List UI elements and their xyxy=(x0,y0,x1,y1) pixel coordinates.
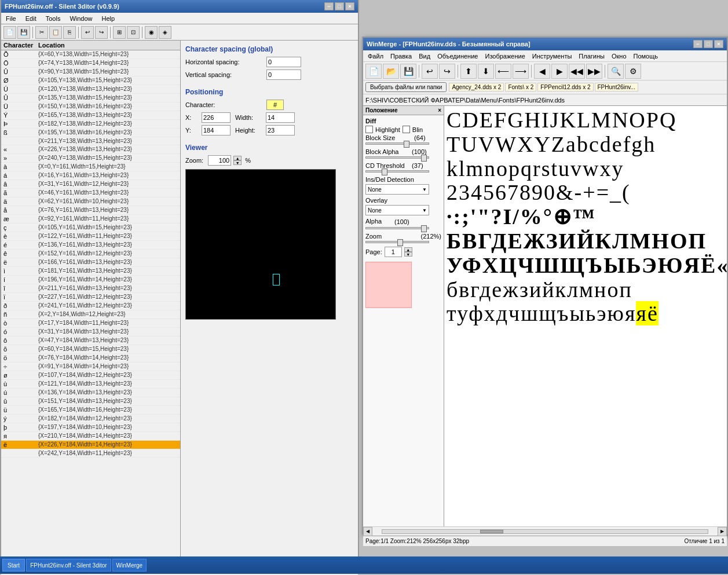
taskbar-item-1[interactable]: FPHunt26inv.off - Silent 3ditor xyxy=(26,559,111,572)
x-input[interactable] xyxy=(202,112,231,123)
char-row[interactable]: à{X=0,Y=161,Width=15,Height=23} xyxy=(1,163,180,171)
toolbar-btn-6[interactable]: ⊞ xyxy=(113,26,126,39)
zoom-up-button[interactable]: ▲ xyxy=(233,156,242,160)
wm-btn-redo[interactable]: ↪ xyxy=(439,64,455,79)
menu-window[interactable]: Window xyxy=(67,14,94,23)
char-row[interactable]: ï{X=227,Y=161,Width=12,Height=23} xyxy=(1,293,180,302)
page-input[interactable] xyxy=(385,247,402,257)
char-row[interactable]: Û{X=135,Y=138,Width=15,Height=23} xyxy=(1,94,180,102)
char-row[interactable]: Ø{X=105,Y=138,Width=15,Height=23} xyxy=(1,76,180,85)
scroll-left-button[interactable]: ◀ xyxy=(363,527,372,536)
char-row[interactable]: ã{X=46,Y=161,Width=13,Height=23} xyxy=(1,189,180,197)
toolbar-btn-redo[interactable]: ↪ xyxy=(95,26,108,39)
char-row[interactable]: »{X=240,Y=138,Width=15,Height=23} xyxy=(1,154,180,163)
wm-minimize-button[interactable]: − xyxy=(693,40,703,48)
char-row[interactable]: ö{X=76,Y=184,Width=14,Height=23} xyxy=(1,354,180,362)
char-row[interactable]: «{X=226,Y=138,Width=13,Height=23} xyxy=(1,145,180,154)
char-row[interactable]: á{X=16,Y=161,Width=13,Height=23} xyxy=(1,171,180,180)
wm-menu-plugins[interactable]: Плагины xyxy=(576,52,607,60)
start-button[interactable]: Start xyxy=(2,559,25,572)
width-input[interactable] xyxy=(266,112,295,123)
menu-edit[interactable]: Edit xyxy=(23,14,39,23)
char-row[interactable]: {X=211,Y=138,Width=13,Height=23} xyxy=(1,137,180,145)
char-row[interactable]: ñ{X=2,Y=184,Width=12,Height=23} xyxy=(1,310,180,319)
taskbar-item-2[interactable]: WinMerge xyxy=(112,559,147,572)
toolbar-btn-1[interactable]: 📄 xyxy=(3,26,16,39)
char-row[interactable]: î{X=211,Y=161,Width=13,Height=23} xyxy=(1,284,180,293)
char-row[interactable]: Þ{X=182,Y=138,Width=12,Height=23} xyxy=(1,120,180,129)
maximize-button[interactable]: □ xyxy=(335,2,344,10)
wm-menu-view[interactable]: Вид xyxy=(416,52,433,60)
char-row[interactable]: ÷{X=91,Y=184,Width=14,Height=23} xyxy=(1,362,180,371)
char-row[interactable]: õ{X=60,Y=184,Width=15,Height=23} xyxy=(1,345,180,354)
char-row[interactable]: ò{X=17,Y=184,Width=11,Height=23} xyxy=(1,319,180,328)
char-row[interactable]: {X=242,Y=184,Width=11,Height=23} xyxy=(1,449,180,457)
wm-btn-1[interactable]: 📄 xyxy=(365,64,382,79)
minimize-button[interactable]: − xyxy=(324,2,334,10)
char-row[interactable]: Ý{X=165,Y=138,Width=13,Height=23} xyxy=(1,111,180,120)
scroll-right-button[interactable]: ▶ xyxy=(718,527,727,536)
char-row[interactable]: Ü{X=150,Y=138,Width=16,Height=23} xyxy=(1,102,180,111)
block-size-slider[interactable] xyxy=(365,142,429,145)
wm-btn-undo[interactable]: ↩ xyxy=(422,64,438,79)
horizontal-scrollbar[interactable] xyxy=(382,529,708,534)
blind-checkbox[interactable] xyxy=(403,126,410,133)
zoom-down-button[interactable]: ▼ xyxy=(233,160,242,165)
ins-del-dropdown[interactable]: None ▼ xyxy=(365,184,429,195)
page-down-button[interactable]: ▼ xyxy=(404,252,412,257)
char-row[interactable]: ß{X=195,Y=138,Width=16,Height=23} xyxy=(1,129,180,137)
y-input[interactable] xyxy=(202,125,231,135)
wm-maximize-button[interactable]: □ xyxy=(704,40,713,48)
char-row[interactable]: å{X=76,Y=161,Width=13,Height=23} xyxy=(1,206,180,215)
char-row[interactable]: Õ{X=60,Y=138,Width=15,Height=23} xyxy=(1,50,180,59)
menu-help[interactable]: Help xyxy=(100,14,118,23)
toolbar-btn-8[interactable]: ◉ xyxy=(145,26,158,39)
v-spacing-input[interactable] xyxy=(266,69,301,80)
wm-browse-button[interactable]: Выбрать файлы или папки xyxy=(365,82,447,92)
char-row[interactable]: í{X=196,Y=161,Width=14,Height=23} xyxy=(1,276,180,284)
block-alpha-slider[interactable] xyxy=(365,156,429,159)
block-size-slider-thumb[interactable] xyxy=(404,141,409,148)
char-row[interactable]: ù{X=121,Y=184,Width=13,Height=23} xyxy=(1,380,180,389)
wm-menu-help[interactable]: Помощь xyxy=(631,52,661,60)
wm-menu-tools[interactable]: Инструменты xyxy=(530,52,575,60)
char-row[interactable]: ü{X=165,Y=184,Width=16,Height=23} xyxy=(1,406,180,415)
alpha-slider-thumb[interactable] xyxy=(421,225,427,232)
wm-btn-3[interactable]: 💾 xyxy=(400,64,416,79)
char-row[interactable]: â{X=31,Y=161,Width=12,Height=23} xyxy=(1,180,180,189)
wm-btn-2[interactable]: 📂 xyxy=(383,64,399,79)
char-row[interactable]: é{X=136,Y=161,Width=13,Height=23} xyxy=(1,241,180,250)
menu-tools[interactable]: Tools xyxy=(43,14,63,23)
page-up-button[interactable]: ▲ xyxy=(404,247,412,252)
cd-slider-thumb[interactable] xyxy=(382,169,387,175)
menu-file[interactable]: File xyxy=(3,14,19,23)
scroll-thumb-horizontal[interactable] xyxy=(480,530,503,533)
block-alpha-slider-thumb[interactable] xyxy=(421,155,427,162)
wm-btn-9[interactable]: ◀◀ xyxy=(569,64,585,79)
char-row[interactable]: я{X=210,Y=184,Width=14,Height=23} xyxy=(1,432,180,441)
overlay-dropdown[interactable]: None ▼ xyxy=(365,205,429,215)
char-row[interactable]: þ{X=197,Y=184,Width=10,Height=23} xyxy=(1,423,180,432)
toolbar-btn-4[interactable]: 📋 xyxy=(49,26,62,39)
char-row[interactable]: ë{X=166,Y=161,Width=13,Height=23} xyxy=(1,258,180,267)
char-row[interactable]: ä{X=62,Y=161,Width=10,Height=23} xyxy=(1,197,180,206)
char-row[interactable]: è{X=122,Y=161,Width=11,Height=23} xyxy=(1,232,180,241)
toolbar-btn-7[interactable]: ⊡ xyxy=(127,26,140,39)
toolbar-btn-9[interactable]: ◈ xyxy=(159,26,171,39)
toolbar-btn-undo[interactable]: ↩ xyxy=(81,26,94,39)
height-input[interactable] xyxy=(266,125,295,135)
char-input[interactable] xyxy=(266,100,284,110)
wm-menu-edit[interactable]: Правка xyxy=(388,52,414,60)
char-row[interactable]: ç{X=105,Y=161,Width=15,Height=23} xyxy=(1,224,180,232)
char-row[interactable]: Û{X=90,Y=138,Width=15,Height=23} xyxy=(1,68,180,76)
wm-btn-8[interactable]: ▶ xyxy=(551,64,568,79)
wm-tab-fppencil[interactable]: FPPencil12.dds x 2 xyxy=(537,83,593,91)
wm-tab-agency[interactable]: Agency_24.dds x 2 xyxy=(449,83,504,91)
char-row[interactable]: ú{X=136,Y=184,Width=13,Height=23} xyxy=(1,389,180,397)
wm-btn-10[interactable]: ▶▶ xyxy=(586,64,602,79)
char-row[interactable]: ì{X=181,Y=161,Width=13,Height=23} xyxy=(1,267,180,276)
wm-btn-6[interactable]: ⟶ xyxy=(513,64,529,79)
char-row[interactable]: ð{X=241,Y=161,Width=12,Height=23} xyxy=(1,302,180,310)
char-row[interactable]: û{X=151,Y=184,Width=13,Height=23} xyxy=(1,397,180,406)
toolbar-btn-3[interactable]: ✂ xyxy=(35,26,48,39)
